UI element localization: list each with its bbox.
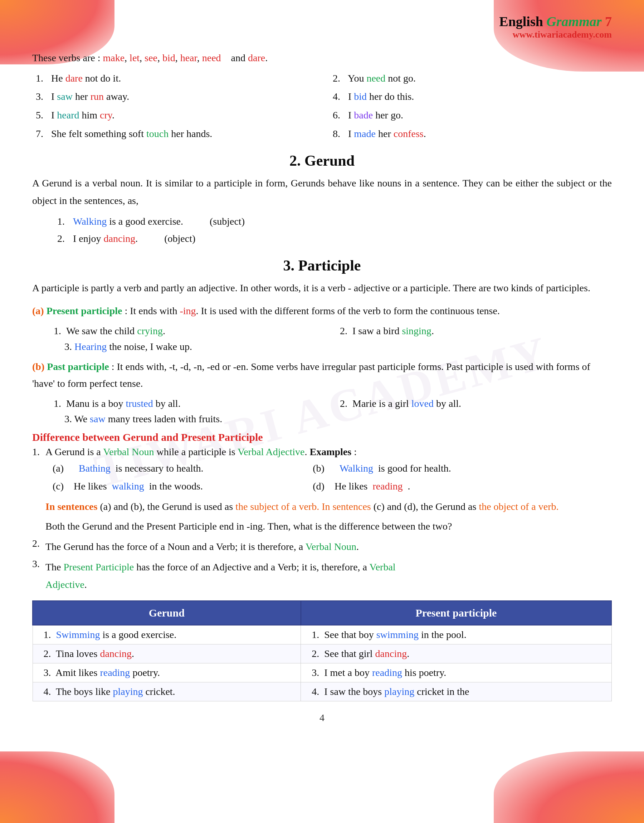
list-item: 2.I saw a bird singing. (340, 322, 612, 340)
pp-example3: 3. Hearing the noise, I wake up. (64, 341, 612, 352)
past-label-text: Past participle (47, 361, 109, 372)
verb-let: let (129, 52, 140, 63)
word-walking1: Walking (73, 216, 107, 227)
pp-examples: 1.We saw the child crying. 2.I saw a bir… (54, 322, 612, 340)
diff-point1-text: A Gerund is a Verbal Noun while a partic… (46, 446, 559, 535)
gerund-heading: 2. Gerund (32, 152, 612, 169)
page-header: English Grammar 7 www.tiwariacademy.com (32, 7, 612, 44)
table-cell: 3. I met a boy reading his poetry. (301, 663, 612, 682)
subject-of-verb-text: the subject of a verb. In sentences (235, 501, 371, 512)
list-item: (b) Walking is good for health. (313, 460, 558, 477)
list-item: 8. I made her confess. (329, 125, 612, 143)
list-item: 1. Walking is a good exercise. (subject) (54, 213, 612, 230)
past-label-b: (b) (32, 361, 44, 372)
diff-point2-num: 2. (32, 538, 40, 555)
difference-heading: Difference between Gerund and Present Pa… (32, 431, 612, 443)
word-dare: dare (66, 73, 83, 84)
word-saw1: saw (57, 91, 73, 102)
header-grammar: Grammar (546, 14, 601, 29)
verbal-noun2: Verbal Noun (305, 541, 356, 552)
examples-label: Examples (310, 446, 351, 457)
list-item: 6. I bade her go. (329, 107, 612, 124)
verbal-adj2: Verbal (370, 561, 396, 573)
word-reading2: reading (100, 667, 130, 678)
table-cell: 1. See that boy swimming in the pool. (301, 625, 612, 644)
diff-point1-container: 1. A Gerund is a Verbal Noun while a par… (32, 446, 612, 535)
word-bathing: Bathing (79, 460, 110, 477)
header-title: English Grammar 7 (32, 14, 612, 29)
verb-hear: hear (180, 52, 197, 63)
word-made: made (354, 128, 376, 139)
list-item: 2.Marie is a girl loved by all. (340, 395, 612, 412)
diff-point1-num: 1. (32, 446, 40, 535)
diff-point3-container: 3. The Present Participle has the force … (32, 558, 612, 593)
present-participle-sub: (a) Present participle : It ends with -i… (32, 302, 612, 320)
word-heard: heard (57, 109, 79, 121)
pp-label-a: (a) (32, 305, 44, 316)
verb-dare: dare (248, 52, 265, 63)
sub-examples: (a) Bathing is necessary to health. (b) … (52, 460, 559, 495)
word-swimming2: swimming (376, 629, 419, 640)
table-cell: 4. I saw the boys playing cricket in the (301, 682, 612, 701)
participle-body: A participle is partly a verb and partly… (32, 279, 612, 297)
word-trusted: trusted (126, 398, 153, 409)
word-cry: cry (100, 109, 112, 121)
table-row: 3. Amit likes reading poetry. 3. I met a… (32, 663, 612, 682)
past-examples: 1.Manu is a boy trusted by all. 2.Marie … (54, 395, 612, 412)
verb-see: see (144, 52, 158, 63)
table-header-gerund: Gerund (32, 601, 301, 625)
list-item: (c) He likes walking in the woods. (52, 478, 298, 495)
word-crying: crying (137, 325, 163, 336)
list-item: 7. She felt something soft touch her han… (32, 125, 315, 143)
table-header-row: Gerund Present participle (32, 601, 612, 625)
verb-bid: bid (163, 52, 175, 63)
word-loved: loved (411, 398, 434, 409)
list-item: 5. I heard him cry. (32, 107, 315, 124)
header-website: www.tiwariacademy.com (32, 29, 612, 40)
participle-heading: 3. Participle (32, 257, 612, 274)
pp-body: : It ends with (124, 305, 179, 316)
gerund-examples: 1. Walking is a good exercise. (subject)… (54, 213, 612, 247)
table-cell: 1. Swimming is a good exercise. (32, 625, 301, 644)
list-item: 2. I enjoy dancing. (object) (54, 230, 612, 247)
word-bid: bid (354, 91, 367, 102)
in-sentences-para: In sentences (a) and (b), the Gerund is … (46, 498, 559, 515)
word-dancing1: dancing (104, 233, 136, 244)
verb-need: need (202, 52, 221, 63)
comparison-table: Gerund Present participle 1. Swimming is… (32, 601, 612, 701)
list-item: (a) Bathing is necessary to health. (52, 460, 298, 477)
word-need: need (366, 73, 385, 84)
list-item: 1.Manu is a boy trusted by all. (54, 395, 325, 412)
list-item: 4. I bid her do this. (329, 88, 612, 105)
bg-decoration-bottom-left (0, 751, 115, 823)
word-singing: singing (402, 325, 431, 336)
list-item: (d) He likes reading. (313, 478, 558, 495)
table-row: 1. Swimming is a good exercise. 1. See t… (32, 625, 612, 644)
present-participle-ref: Present Participle (64, 561, 134, 573)
word-dancing2: dancing (100, 648, 132, 659)
verbal-adj-ref: Verbal Adjective (238, 446, 305, 457)
word-touch: touch (146, 128, 169, 139)
list-item: 1. He dare not do it. (32, 70, 315, 87)
pp-label-text: Present participle (46, 305, 123, 316)
in-sentences-label: In sentences (46, 501, 97, 512)
table-cell: 2. See that girl dancing. (301, 644, 612, 663)
table-cell: 3. Amit likes reading poetry. (32, 663, 301, 682)
word-playing2: playing (384, 686, 414, 697)
word-reading1: reading (373, 478, 403, 495)
page-number: 4 (32, 712, 612, 723)
table-cell: 4. The boys like playing cricket. (32, 682, 301, 701)
object-of-verb-text: the object of a verb. (479, 501, 558, 512)
past-participle-sub: (b) Past participle : It ends with, -t, … (32, 358, 612, 392)
diff-point3-num: 3. (32, 558, 40, 593)
table-cell: 2. Tina loves dancing. (32, 644, 301, 663)
intro-line: These verbs are : make, let, see, bid, h… (32, 50, 612, 66)
word-bade: bade (354, 109, 373, 121)
past-example3: 3. We saw many trees laden with fruits. (64, 413, 612, 425)
gerund-body: A Gerund is a verbal noun. It is similar… (32, 174, 612, 209)
table-row: 2. Tina loves dancing. 2. See that girl … (32, 644, 612, 663)
header-number: 7 (602, 14, 612, 29)
verb-examples-list: 1. He dare not do it. 2. You need not go… (32, 70, 612, 142)
word-swimming1: Swimming (56, 629, 100, 640)
diff-point2-text: The Gerund has the force of a Noun and a… (46, 538, 359, 555)
